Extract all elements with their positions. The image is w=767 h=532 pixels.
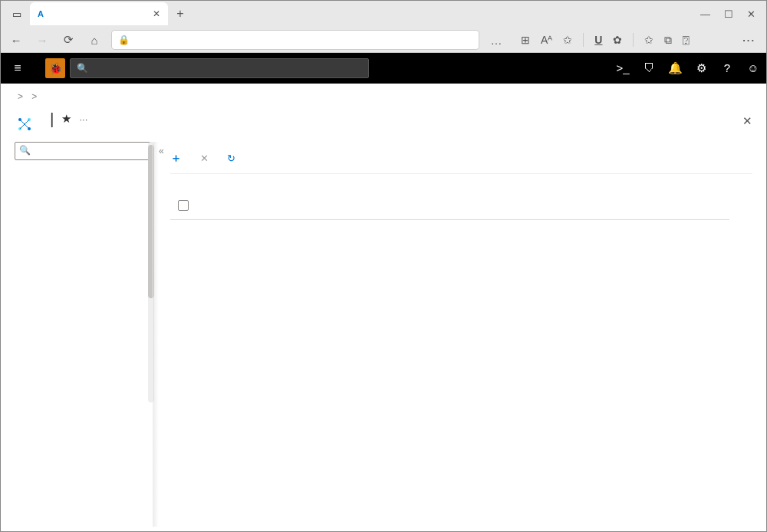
address-bar[interactable]: 🔒 [111, 30, 479, 50]
description-text [170, 174, 752, 194]
refresh-button[interactable]: ⟳ [59, 33, 77, 47]
col-rg[interactable] [463, 194, 596, 220]
search-icon: 🔍 [19, 145, 31, 156]
col-link-name[interactable] [196, 194, 330, 220]
tab-actions-icon[interactable]: ▭ [5, 3, 28, 25]
plus-icon: ＋ [170, 151, 182, 166]
read-aloud-icon[interactable]: Aᴬ [541, 34, 552, 46]
favorites-list-icon[interactable]: ✩ [644, 34, 653, 46]
x-icon: ✕ [200, 153, 209, 164]
azure-favicon-icon: A [38, 9, 44, 18]
notifications-icon[interactable]: 🔔 [662, 61, 688, 75]
browser-tab[interactable]: A ✕ [30, 2, 168, 25]
links-table [170, 194, 729, 220]
addon-icon[interactable]: ⊞ [521, 34, 530, 46]
profile-icon[interactable]: ⍰ [683, 34, 689, 46]
lock-icon: 🔒 [118, 34, 130, 45]
refresh-icon: ↻ [227, 153, 235, 164]
home-button[interactable]: ⌂ [85, 34, 104, 47]
page-header: | ★ ··· ✕ [1, 107, 766, 142]
separator [583, 33, 584, 47]
window-minimize-icon[interactable]: — [700, 8, 710, 20]
azure-top-bar: ≡ 🐞 🔍 >_ ⛉ 🔔 ⚙ ? ☺ [1, 53, 766, 84]
directory-icon[interactable]: ⛉ [636, 61, 662, 75]
browser-chrome: ▭ A ✕ + — ☐ ✕ ← → ⟳ ⌂ 🔒 … ⊞ Aᴬ ✩ U ✿ [1, 1, 766, 53]
cloudshell-icon[interactable]: >_ [610, 61, 636, 75]
close-blade-button[interactable]: ✕ [742, 114, 752, 128]
refresh-button[interactable]: ↻ [227, 153, 240, 164]
new-tab-button[interactable]: + [170, 7, 191, 21]
feedback-icon[interactable]: ☺ [740, 61, 766, 75]
settings-icon[interactable]: ⚙ [688, 61, 714, 75]
sidebar: 🔍 « [1, 142, 153, 527]
preview-bug-icon[interactable]: 🐞 [45, 58, 65, 78]
back-button[interactable]: ← [7, 34, 25, 47]
help-icon[interactable]: ? [714, 61, 740, 75]
col-vnet[interactable] [330, 194, 463, 220]
main-content: ＋ ✕ ↻ [153, 142, 766, 527]
window-close-icon[interactable]: ✕ [747, 8, 755, 20]
breadcrumb: > > [1, 84, 766, 107]
chevron-right-icon: > [28, 91, 40, 102]
underline-icon[interactable]: U [594, 34, 602, 46]
extensions-icon[interactable]: ✿ [613, 34, 622, 46]
portal-menu-button[interactable]: ≡ [1, 61, 35, 75]
favorite-star-icon[interactable]: ★ [61, 112, 71, 126]
portal-search[interactable]: 🔍 [70, 58, 369, 78]
favorite-icon[interactable]: ✩ [563, 34, 572, 46]
search-icon: 🔍 [77, 63, 88, 74]
collections-icon[interactable]: ⧉ [664, 34, 672, 47]
more-actions-icon[interactable]: ··· [79, 113, 87, 125]
select-all-checkbox[interactable] [178, 200, 189, 211]
window-maximize-icon[interactable]: ☐ [724, 8, 733, 20]
add-button[interactable]: ＋ [170, 151, 186, 166]
resource-type-icon [15, 114, 35, 134]
tab-close-icon[interactable]: ✕ [153, 8, 160, 19]
addr-more-icon[interactable]: … [487, 34, 505, 47]
remove-button: ✕ [200, 153, 213, 164]
browser-menu-icon[interactable]: ··· [742, 34, 760, 46]
chevron-right-icon: > [15, 91, 26, 102]
command-bar: ＋ ✕ ↻ [170, 142, 752, 174]
separator [633, 33, 634, 47]
sidebar-search-input[interactable] [15, 142, 153, 160]
forward-button: → [33, 34, 51, 47]
